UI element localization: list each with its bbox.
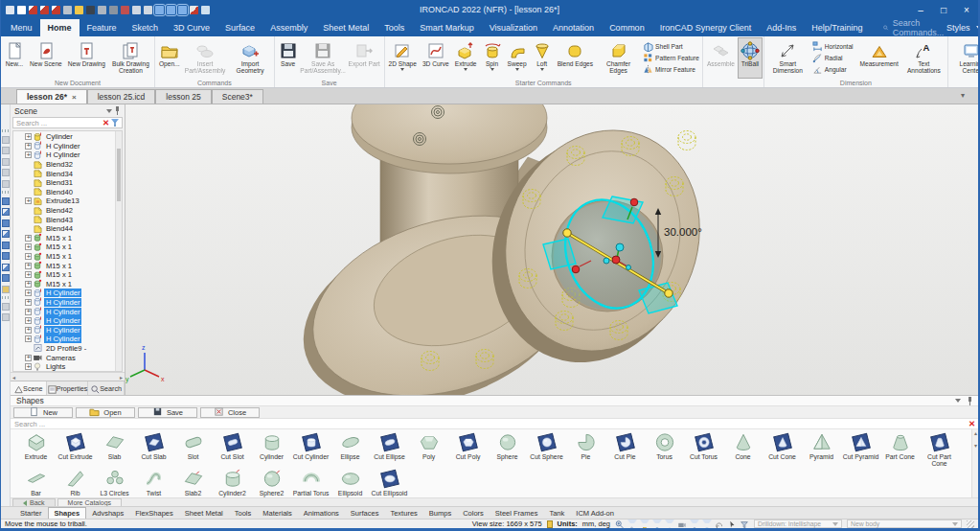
quick-access-icon[interactable] [201, 6, 210, 14]
left-strip-tool-icon[interactable] [2, 274, 10, 282]
pattern-feature-button[interactable]: Pattern Feature [643, 53, 699, 63]
catalog-tab[interactable]: ICM Add-on [570, 508, 620, 519]
catalog-tab[interactable]: Starter [14, 508, 48, 519]
horizontal-button[interactable]: Horizontal [812, 41, 855, 52]
expand-toggle-icon[interactable] [25, 335, 32, 342]
catalog-shape-item[interactable]: Cut Poly [448, 431, 488, 468]
menu-tab[interactable]: Help/Training [804, 19, 870, 36]
catalog-tab[interactable]: Bumps [423, 508, 457, 519]
menu-tab[interactable]: Smart Markup [412, 19, 482, 36]
quick-access-icon[interactable] [178, 6, 187, 14]
view-tool-icon[interactable] [652, 519, 662, 529]
styles-dropdown[interactable]: Styles [946, 23, 970, 33]
dropdown-caret-icon[interactable] [400, 68, 404, 71]
expand-toggle-icon[interactable] [25, 299, 32, 306]
left-strip-tool-icon[interactable] [2, 286, 10, 293]
tree-item[interactable]: M15 x 1 [16, 261, 122, 270]
close-button[interactable]: × [955, 2, 978, 17]
new-button[interactable]: New... [2, 37, 27, 79]
resize-grip[interactable] [967, 520, 974, 528]
expand-toggle-icon[interactable] [25, 235, 32, 242]
triball-handle-yellow-1[interactable] [563, 229, 571, 237]
tree-horizontal-scrollbar[interactable]: ◂ ▸ [11, 372, 125, 381]
2d-shape-button[interactable]: 2D Shape [386, 37, 420, 79]
shapes-toolbar-button[interactable]: Open [76, 407, 135, 418]
document-tab[interactable]: Scene3* [212, 89, 263, 104]
open-button[interactable]: Open... [156, 37, 183, 79]
quick-access-icon[interactable] [109, 6, 118, 14]
view-tool-icon[interactable] [677, 519, 687, 529]
tree-item[interactable]: M15 x 1 [16, 252, 122, 262]
catalog-shape-item[interactable]: Cut Ellipsoid [370, 468, 409, 497]
catalog-shape-item[interactable]: Slab2 [173, 468, 213, 497]
catalog-shape-item[interactable]: Cut Pyramid [841, 431, 880, 468]
body-mode-dropdown[interactable]: New body [847, 519, 962, 528]
catalog-shape-item[interactable]: Pyramid [802, 431, 841, 468]
import-geometry-button[interactable]: Import Geometry [228, 37, 273, 79]
view-tool-icon[interactable] [690, 519, 699, 529]
save-as-part-assembly-button[interactable]: Save As Part/Assembly... [301, 37, 346, 79]
scroll-left-icon[interactable]: ◂ [12, 374, 15, 381]
export-part-button[interactable]: Export Part [346, 37, 383, 79]
styles-caret-icon[interactable] [976, 26, 980, 30]
expand-toggle-icon[interactable] [25, 355, 32, 361]
menu-tab[interactable]: Add-Ins [759, 19, 804, 36]
menu-tab[interactable]: 3D Curve [166, 19, 217, 36]
view-tool-icon[interactable] [665, 519, 674, 529]
quick-access-icon[interactable] [144, 6, 152, 14]
shapes-search-box[interactable]: Search ... ✕ [11, 419, 979, 429]
expand-toggle-icon[interactable] [25, 309, 32, 315]
catalog-shape-item[interactable]: Extrude [16, 431, 56, 468]
shapes-pin-icon[interactable] [967, 397, 973, 405]
tree-item[interactable]: H Cylinder [16, 325, 122, 335]
tree-item[interactable]: H Cylinder [16, 150, 122, 160]
catalog-shape-item[interactable]: Cut Part Cone [920, 431, 959, 468]
tree-item[interactable]: H Cylinder [16, 335, 122, 344]
catalog-tab[interactable]: Steel Frames [490, 508, 544, 519]
tree-item[interactable]: Blend31 [16, 178, 122, 188]
expand-toggle-icon[interactable] [25, 197, 32, 204]
catalog-shape-item[interactable]: Cut Slot [213, 431, 252, 468]
menu-tab[interactable]: Sheet Metal [315, 19, 376, 36]
tree-item[interactable]: Blend44 [16, 224, 122, 234]
menu-tab[interactable]: Annotation [545, 19, 602, 36]
dropdown-caret-icon[interactable] [490, 68, 494, 71]
shapes-clear-search-icon[interactable]: ✕ [969, 419, 975, 428]
loft-button[interactable]: Loft [530, 37, 555, 79]
document-tab[interactable]: lesson 26* × [16, 89, 87, 104]
catalog-tab[interactable]: Colors [457, 508, 490, 519]
quick-access-icon[interactable] [213, 6, 217, 14]
pin-icon[interactable] [114, 106, 121, 115]
catalog-shape-item[interactable]: Cut Sphere [527, 431, 566, 468]
tree-item[interactable]: M15 x 1 [16, 270, 122, 280]
spin-button[interactable]: Spin [480, 37, 505, 79]
tree-item[interactable]: Blend40 [16, 188, 122, 197]
quick-access-icon[interactable] [75, 6, 83, 14]
expand-toggle-icon[interactable] [25, 289, 32, 296]
quick-access-icon[interactable] [40, 6, 49, 14]
scene-search-box[interactable]: Search ... ✕ [12, 117, 123, 128]
expand-toggle-icon[interactable] [25, 161, 32, 168]
document-tab[interactable]: lesson 25 [155, 89, 211, 104]
menu-tab[interactable]: Home [40, 19, 80, 36]
catalog-shape-item[interactable]: Twist [134, 468, 173, 497]
expand-toggle-icon[interactable] [25, 281, 32, 288]
insert-part-assembly-button[interactable]: Insert Part/Assembly [183, 37, 228, 79]
catalog-shape-item[interactable]: Torus [645, 431, 684, 468]
catalog-tab[interactable]: Advshaps [86, 508, 129, 519]
viewport-3d[interactable]: 30.000° z x y [125, 104, 979, 395]
3d-curve-button[interactable]: 3D Curve [420, 37, 452, 79]
menu-tab[interactable]: Feature [80, 19, 125, 36]
left-strip-tool-icon[interactable] [2, 313, 10, 321]
triball-center-cyan[interactable] [616, 243, 624, 251]
quick-access-icon[interactable] [17, 6, 26, 14]
catalog-shape-item[interactable]: Cut Ellipse [370, 431, 409, 468]
clear-search-icon[interactable]: ✕ [103, 118, 109, 127]
catalog-shape-item[interactable]: Cut Extrude [56, 431, 95, 468]
expand-toggle-icon[interactable] [25, 271, 32, 278]
filter-icon[interactable] [111, 119, 119, 127]
new-drawing-button[interactable]: New Drawing [65, 37, 108, 79]
learning-center-button[interactable]: Learning Center [949, 37, 978, 79]
text-annotations-button[interactable]: AText Annotations [901, 37, 946, 79]
menu-tab[interactable]: Tools [376, 19, 412, 36]
